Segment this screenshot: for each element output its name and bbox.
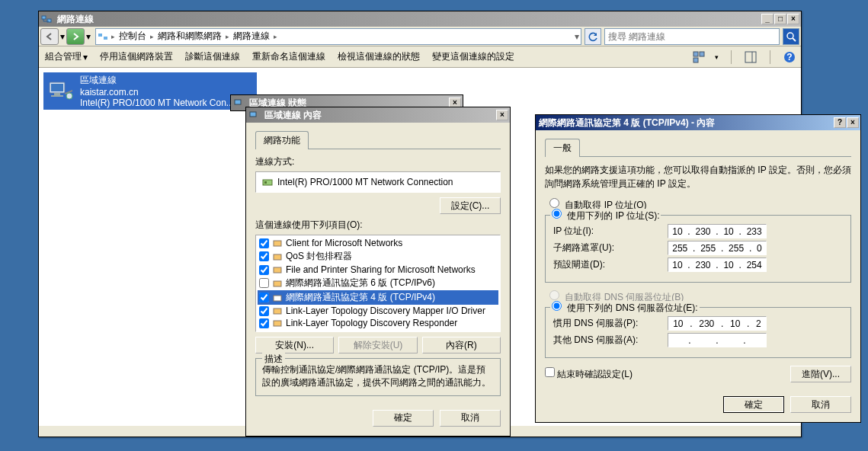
list-item[interactable]: QoS 封包排程器 — [258, 249, 498, 264]
breadcrumb-item[interactable]: 控制台 — [117, 29, 149, 43]
advanced-button[interactable]: 進階(V)... — [790, 366, 851, 382]
protocol-icon — [272, 293, 283, 303]
svg-rect-19 — [250, 112, 256, 117]
close-button[interactable]: × — [496, 110, 508, 120]
svg-line-5 — [793, 38, 796, 41]
back-dropdown[interactable]: ▾ — [59, 28, 66, 45]
address-bar[interactable]: ▸ 控制台 ▸ 網路和網際網路 ▸ 網路連線 ▸ ▾ — [95, 28, 581, 45]
item-checkbox[interactable] — [259, 265, 269, 275]
breadcrumb-item[interactable]: 網路和網際網路 — [155, 29, 224, 43]
minimize-button[interactable]: _ — [761, 14, 774, 24]
svg-rect-25 — [274, 281, 281, 286]
chevron-down-icon[interactable]: ▾ — [715, 53, 719, 61]
protocol-icon — [272, 251, 283, 262]
titlebar[interactable]: 網路連線 _ □ × — [39, 11, 801, 27]
preview-pane-icon[interactable] — [744, 50, 757, 64]
svg-text:?: ? — [786, 52, 792, 62]
tab-networking[interactable]: 網路功能 — [255, 131, 309, 149]
svg-rect-24 — [274, 267, 281, 273]
toolbar: 組合管理 ▾ 停用這個網路裝置 診斷這個連線 重新命名這個連線 檢視這個連線的狀… — [39, 46, 801, 68]
ok-button[interactable]: 確定 — [723, 396, 784, 413]
item-checkbox[interactable] — [259, 318, 269, 328]
protocol-icon — [272, 238, 283, 248]
description-group: 描述 傳輸控制通訊協定/網際網路通訊協定 (TCP/IP)。這是預設的廣域網路通… — [255, 358, 501, 396]
protocol-icon — [272, 278, 283, 289]
refresh-button[interactable] — [585, 28, 601, 45]
item-checkbox[interactable] — [259, 278, 269, 288]
item-checkbox[interactable] — [259, 306, 269, 316]
svg-rect-14 — [51, 84, 63, 91]
search-button[interactable] — [783, 28, 799, 45]
gateway-field[interactable]: 10.230.10.254 — [668, 257, 767, 272]
help-button[interactable]: ? — [834, 117, 846, 128]
connection-item-lan[interactable]: 區域連線 kaistar.com.cn Intel(R) PRO/1000 MT… — [43, 72, 257, 110]
close-button[interactable]: × — [787, 14, 799, 24]
subnet-mask-field[interactable]: 255.255.255.0 — [668, 241, 767, 255]
ok-button[interactable]: 確定 — [373, 410, 434, 427]
help-icon[interactable]: ? — [783, 50, 796, 64]
svg-rect-9 — [745, 52, 756, 62]
configure-button[interactable]: 設定(C)... — [440, 197, 501, 214]
protocol-icon — [272, 264, 283, 275]
toolbar-diagnose[interactable]: 診斷這個連線 — [184, 49, 242, 65]
list-item[interactable]: Client for Microsoft Networks — [258, 237, 498, 249]
back-button[interactable] — [40, 28, 59, 45]
toolbar-organize[interactable]: 組合管理 ▾ — [43, 49, 89, 65]
install-button[interactable]: 安裝(N)... — [255, 337, 334, 353]
forward-dropdown[interactable]: ▾ — [85, 28, 92, 45]
toolbar-status[interactable]: 檢視這個連線的狀態 — [336, 49, 421, 65]
cancel-button[interactable]: 取消 — [440, 410, 501, 427]
ipv4-properties-dialog[interactable]: 網際網路通訊協定第 4 版 (TCP/IPv4) - 內容 ? × 一般 如果您… — [535, 114, 861, 423]
chevron-down-icon[interactable]: ▾ — [575, 31, 579, 42]
toolbar-disable[interactable]: 停用這個網路裝置 — [98, 49, 175, 65]
forward-button[interactable] — [66, 28, 85, 45]
connect-using-label: 連線方式: — [255, 155, 501, 168]
toolbar-rename[interactable]: 重新命名這個連線 — [251, 49, 327, 65]
svg-point-4 — [787, 33, 793, 39]
lan-properties-dialog[interactable]: 區域連線 內容 × 網路功能 連線方式: Intel(R) PRO/1000 M… — [245, 107, 511, 437]
dialog-title: 網際網路通訊協定第 4 版 (TCP/IPv4) - 內容 — [537, 117, 834, 130]
svg-rect-20 — [263, 180, 272, 185]
svg-rect-3 — [104, 37, 107, 40]
item-checkbox[interactable] — [259, 238, 269, 248]
connection-items-list[interactable]: Client for Microsoft NetworksQoS 封包排程器Fi… — [255, 235, 501, 332]
nic-icon — [262, 177, 273, 187]
connection-name: 區域連線 — [80, 74, 234, 87]
list-item[interactable]: File and Printer Sharing for Microsoft N… — [258, 264, 498, 276]
item-checkbox[interactable] — [259, 293, 269, 302]
search-input[interactable] — [608, 31, 776, 42]
adapter-display: Intel(R) PRO/1000 MT Network Connection — [255, 171, 501, 193]
item-checkbox[interactable] — [259, 251, 269, 261]
validate-checkbox[interactable]: 結束時確認設定(L) — [545, 367, 633, 381]
chevron-right-icon: ▸ — [274, 33, 277, 40]
radio-manual-ip[interactable]: 使用下列的 IP 位址(S): — [552, 210, 659, 221]
titlebar[interactable]: 區域連線 內容 × — [246, 107, 510, 123]
toolbar-change-settings[interactable]: 變更這個連線的設定 — [431, 49, 516, 65]
preferred-dns-field[interactable]: 10.230.10.2 — [668, 316, 767, 331]
list-item[interactable]: Link-Layer Topology Discovery Responder — [258, 317, 498, 329]
ip-address-field[interactable]: 10.230.10.233 — [668, 224, 767, 238]
alternate-dns-field[interactable]: ... — [668, 333, 767, 347]
titlebar[interactable]: 網際網路通訊協定第 4 版 (TCP/IPv4) - 內容 ? × — [536, 115, 860, 130]
list-item[interactable]: Link-Layer Topology Discovery Mapper I/O… — [258, 305, 498, 317]
close-button[interactable]: × — [847, 117, 859, 128]
search-box[interactable] — [604, 28, 780, 45]
cancel-button[interactable]: 取消 — [790, 396, 851, 413]
chevron-right-icon: ▸ — [150, 33, 154, 40]
maximize-button[interactable]: □ — [774, 14, 786, 24]
list-item[interactable]: 網際網路通訊協定第 6 版 (TCP/IPv6) — [258, 276, 498, 290]
item-label: Link-Layer Topology Discovery Mapper I/O… — [286, 305, 485, 316]
gateway-label: 預設閘道(D): — [553, 258, 668, 271]
tab-general[interactable]: 一般 — [545, 139, 580, 157]
item-label: Client for Microsoft Networks — [286, 238, 402, 248]
svg-rect-0 — [42, 16, 46, 19]
properties-button[interactable]: 內容(R) — [422, 337, 501, 353]
breadcrumb-item[interactable]: 網路連線 — [231, 29, 272, 43]
view-change-icon[interactable] — [692, 50, 706, 64]
list-item[interactable]: 網際網路通訊協定第 4 版 (TCP/IPv4) — [258, 290, 498, 305]
svg-rect-23 — [274, 254, 281, 260]
ip-address-label: IP 位址(I): — [553, 225, 668, 238]
radio-manual-dns[interactable]: 使用下列的 DNS 伺服器位址(E): — [552, 302, 698, 313]
protocol-icon — [272, 318, 283, 328]
ip-group: 使用下列的 IP 位址(S): IP 位址(I): 10.230.10.233 … — [545, 215, 851, 283]
